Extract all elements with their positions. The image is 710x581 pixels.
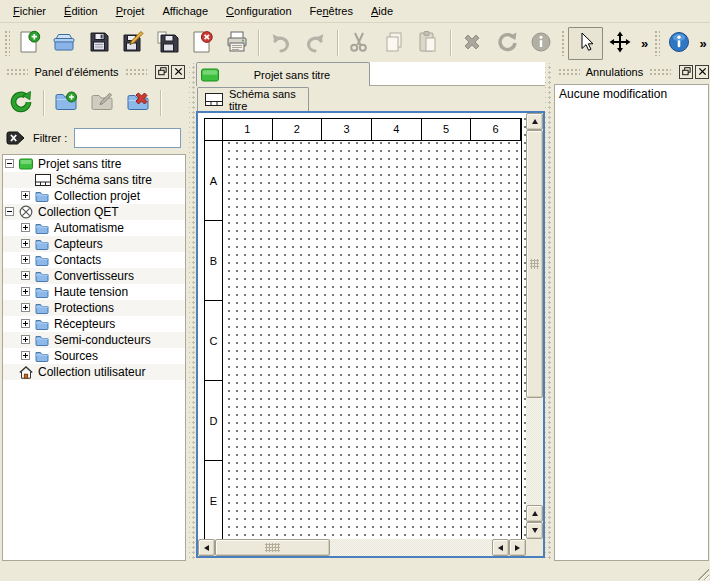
expand-expander[interactable] — [21, 255, 30, 264]
collapse-expander[interactable] — [5, 207, 14, 216]
tree-item-contacts[interactable]: Contacts — [3, 252, 185, 268]
horizontal-scrollbar[interactable] — [198, 539, 526, 556]
expand-expander[interactable] — [21, 271, 30, 280]
pan-mode-button[interactable] — [603, 27, 638, 60]
print-button[interactable] — [220, 27, 255, 60]
collapse-expander[interactable] — [5, 159, 14, 168]
rotate-button[interactable] — [489, 27, 524, 60]
toolbar-overflow-button[interactable]: » — [696, 36, 710, 51]
clear-filter-button[interactable] — [5, 130, 26, 146]
element-info-button[interactable] — [524, 27, 559, 60]
about-button[interactable] — [662, 27, 697, 60]
redo-button[interactable] — [298, 27, 333, 60]
save-all-button[interactable] — [151, 27, 186, 60]
open-button[interactable] — [47, 27, 82, 60]
edit-category-button[interactable] — [84, 87, 120, 120]
column-label: 3 — [322, 119, 372, 140]
undo-button[interactable] — [263, 27, 298, 60]
new-project-button[interactable] — [12, 27, 47, 60]
expand-expander[interactable] — [21, 239, 30, 248]
close-panel-button[interactable] — [171, 65, 185, 79]
expand-expander[interactable] — [21, 335, 30, 344]
schema-icon — [205, 93, 223, 106]
tree-item-automatisme[interactable]: Automatisme — [3, 220, 185, 236]
tree-item-semi-conducteurs[interactable]: Semi-conducteurs — [3, 332, 185, 348]
scroll-down-button[interactable] — [526, 522, 543, 539]
reload-collections-button[interactable] — [3, 87, 39, 120]
menu-fenetres[interactable]: Fenêtres — [301, 1, 362, 21]
scroll-right-button[interactable] — [509, 539, 526, 556]
tree-item-convertisseurs[interactable]: Convertisseurs — [3, 268, 185, 284]
tree-item-collection-utilisateur[interactable]: Collection utilisateur — [3, 364, 185, 380]
expand-expander[interactable] — [21, 191, 30, 200]
tree-item-haute-tension[interactable]: Haute tension — [3, 284, 185, 300]
tree-item-protections[interactable]: Protections — [3, 300, 185, 316]
filter-input[interactable] — [74, 128, 181, 148]
float-panel-button[interactable] — [679, 65, 693, 79]
folder-icon — [35, 270, 49, 282]
column-label: 6 — [471, 119, 521, 140]
menu-affichage[interactable]: Affichage — [153, 1, 217, 21]
toolbar-handle[interactable] — [654, 30, 660, 56]
delete-button[interactable] — [455, 27, 490, 60]
menu-configuration[interactable]: Configuration — [217, 1, 300, 21]
save-button[interactable] — [81, 27, 116, 60]
scroll-left-button[interactable] — [492, 539, 509, 556]
scroll-left-button[interactable] — [198, 539, 215, 556]
cut-button[interactable] — [342, 27, 377, 60]
menu-aide[interactable]: Aide — [362, 1, 402, 21]
tree-item-schema[interactable]: Schéma sans titre — [3, 172, 185, 188]
scroll-up-button[interactable] — [526, 113, 543, 130]
paste-button[interactable] — [411, 27, 446, 60]
expand-expander[interactable] — [21, 303, 30, 312]
filter-row: Filtrer : — [0, 126, 189, 150]
info-gray-icon — [529, 30, 553, 56]
close-file-button[interactable] — [185, 27, 220, 60]
vertical-scrollbar[interactable] — [526, 113, 543, 539]
scroll-up-button[interactable] — [526, 505, 543, 522]
tab-schema[interactable]: Schéma sans titre — [197, 87, 309, 111]
expand-expander[interactable] — [21, 223, 30, 232]
tab-project[interactable]: Projet sans titre — [196, 62, 370, 86]
dock-texture — [125, 68, 147, 76]
folder-icon — [35, 302, 49, 314]
expand-expander[interactable] — [21, 319, 30, 328]
save-as-button[interactable] — [116, 27, 151, 60]
elements-tree: Projet sans titre Schéma sans titre Coll… — [2, 154, 186, 561]
menu-projet[interactable]: Projet — [107, 1, 154, 21]
resize-grip[interactable] — [696, 567, 709, 580]
undo-list-item[interactable]: Aucune modification — [559, 87, 704, 101]
column-label: 2 — [273, 119, 323, 140]
toolbar-handle[interactable] — [561, 30, 567, 56]
row-label: A — [205, 141, 222, 221]
expand-expander[interactable] — [21, 351, 30, 360]
toolbar-handle[interactable] — [4, 30, 10, 56]
expand-expander[interactable] — [21, 287, 30, 296]
close-panel-button[interactable] — [695, 65, 709, 79]
save-all-icon — [156, 30, 180, 56]
delete-category-button[interactable] — [120, 87, 156, 120]
right-splitter[interactable] — [545, 63, 552, 561]
menu-edition[interactable]: Édition — [55, 1, 107, 21]
menu-fichier[interactable]: Fichier — [4, 1, 55, 21]
float-panel-button[interactable] — [155, 65, 169, 79]
tree-item-collection-projet[interactable]: Collection projet — [3, 188, 185, 204]
reload-icon — [9, 90, 33, 116]
copy-button[interactable] — [376, 27, 411, 60]
info-blue-icon — [667, 30, 691, 56]
horizontal-scroll-thumb[interactable] — [215, 539, 330, 556]
select-mode-button[interactable] — [568, 27, 603, 60]
new-category-button[interactable] — [48, 87, 84, 120]
tree-item-collection-qet[interactable]: Collection QET — [3, 204, 185, 220]
tree-item-sources[interactable]: Sources — [3, 348, 185, 364]
tree-item-project[interactable]: Projet sans titre — [3, 156, 185, 172]
tree-item-capteurs[interactable]: Capteurs — [3, 236, 185, 252]
row-ruler: A B C D E — [205, 141, 223, 539]
left-splitter[interactable] — [189, 63, 196, 561]
toolbar-overflow-button[interactable]: » — [638, 36, 652, 51]
folder-icon — [35, 190, 49, 202]
diagram-canvas[interactable]: 1 2 3 4 5 6 A B C D E — [198, 113, 526, 539]
vertical-scroll-thumb[interactable] — [526, 130, 543, 398]
tree-item-recepteurs[interactable]: Récepteurs — [3, 316, 185, 332]
toolbar-separator — [258, 30, 259, 56]
